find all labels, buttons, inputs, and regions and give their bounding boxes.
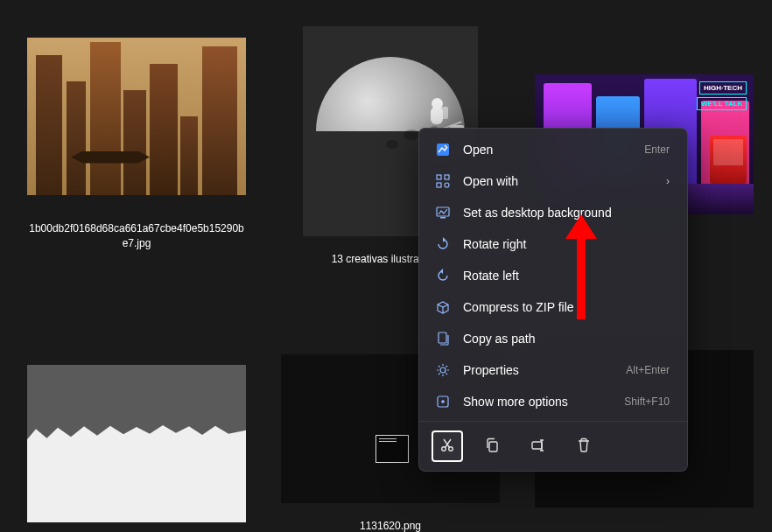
svg-rect-7: [440, 217, 446, 219]
svg-rect-13: [489, 442, 497, 452]
copy-path-icon: [435, 331, 451, 346]
menu-item-label: Open: [463, 143, 632, 157]
menu-item-label: Show more options: [463, 395, 612, 409]
rename-icon: [530, 438, 546, 456]
rotate-right-icon: [435, 236, 451, 252]
file-name: 1131620.png: [360, 519, 421, 532]
wallpaper-icon: [435, 205, 451, 220]
menu-item-rotate-left[interactable]: Rotate left: [423, 260, 684, 291]
svg-rect-6: [437, 207, 449, 216]
thumbnail-image: [27, 38, 246, 195]
menu-item-copy-as-path[interactable]: Copy as path: [423, 323, 684, 354]
menu-item-shortcut: Shift+F10: [624, 396, 670, 408]
menu-item-show-more-options[interactable]: Show more optionsShift+F10: [423, 386, 684, 417]
menu-item-open[interactable]: OpenEnter: [423, 134, 684, 165]
svg-point-5: [445, 183, 449, 187]
delete-action[interactable]: [568, 430, 600, 462]
file-tile[interactable]: 1b00db2f0168d68ca661a67cbe4f0e5b15290be7…: [14, 18, 259, 267]
menu-item-shortcut: Alt+Enter: [626, 364, 670, 376]
more-icon: [435, 394, 451, 410]
menu-item-open-with[interactable]: Open with›: [423, 165, 684, 197]
svg-rect-2: [437, 175, 441, 179]
properties-icon: [435, 362, 451, 378]
rename-action[interactable]: [523, 430, 554, 462]
cut-icon: [439, 438, 455, 456]
svg-rect-3: [445, 175, 449, 179]
file-tile[interactable]: 848396.jpg: [14, 346, 259, 532]
svg-rect-14: [532, 442, 542, 449]
neon-sign-text: HIGH·TECH: [699, 81, 747, 94]
thumbnail-image: [27, 365, 246, 522]
thumbnail: [27, 346, 246, 532]
chevron-right-icon: ›: [666, 175, 670, 187]
svg-point-1: [445, 145, 447, 148]
svg-point-9: [440, 368, 446, 373]
svg-rect-4: [437, 183, 441, 187]
open-icon: [435, 142, 451, 158]
file-name: 1b00db2f0168d68ca661a67cbe4f0e5b15290be7…: [27, 221, 246, 251]
menu-item-set-as-desktop-background[interactable]: Set as desktop background: [423, 197, 684, 228]
menu-item-label: Compress to ZIP file: [463, 300, 670, 314]
thumbnail: [27, 18, 246, 214]
menu-item-label: Rotate right: [463, 237, 670, 251]
context-menu: OpenEnterOpen with›Set as desktop backgr…: [418, 128, 688, 472]
menu-item-label: Copy as path: [463, 332, 670, 346]
copy-icon: [485, 438, 501, 456]
neon-sign-text: WE'LL TALK: [697, 97, 747, 110]
delete-icon: [576, 438, 592, 456]
menu-item-label: Open with: [463, 174, 654, 188]
svg-rect-0: [437, 144, 449, 156]
menu-item-rotate-right[interactable]: Rotate right: [423, 228, 684, 260]
zip-icon: [435, 299, 451, 315]
menu-item-label: Set as desktop background: [463, 206, 670, 220]
menu-item-label: Rotate left: [463, 269, 670, 283]
menu-item-compress-to-zip-file[interactable]: Compress to ZIP file: [423, 291, 684, 323]
menu-item-shortcut: Enter: [644, 144, 670, 156]
svg-rect-8: [439, 332, 446, 343]
open-with-icon: [435, 173, 451, 189]
copy-action[interactable]: [477, 430, 509, 462]
rotate-left-icon: [435, 268, 451, 284]
context-menu-action-bar: [419, 421, 687, 471]
menu-item-label: Properties: [463, 363, 614, 377]
menu-item-properties[interactable]: PropertiesAlt+Enter: [423, 354, 684, 386]
cut-action[interactable]: [432, 430, 463, 462]
